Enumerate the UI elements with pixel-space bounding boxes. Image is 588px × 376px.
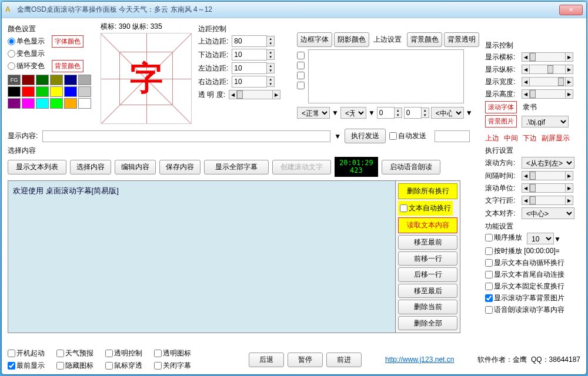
hideicon-check[interactable]: 隐藏图标	[56, 361, 93, 371]
chk-row2[interactable]	[297, 62, 305, 69]
border-font-button[interactable]: 边框字体	[297, 32, 332, 47]
transicon-check[interactable]: 透明图标	[154, 348, 191, 358]
bg-image-select[interactable]: .\bj.gif	[522, 116, 569, 127]
color-swatch[interactable]	[22, 98, 35, 109]
color-swatch[interactable]	[64, 86, 77, 97]
link-sub[interactable]: 副屏显示	[542, 133, 570, 143]
pause-button[interactable]: 暂停	[288, 352, 323, 367]
bg-image-button[interactable]: 背景图片	[485, 115, 517, 127]
startup-check[interactable]: 开机起动	[8, 348, 45, 358]
color-swatch[interactable]	[22, 86, 35, 97]
timed-play-check[interactable]: 按时播放 [00:00:00]=	[485, 246, 560, 256]
send-button[interactable]: 执行发送	[345, 129, 386, 143]
auto-wrap-check[interactable]: 文本自动换行	[398, 201, 453, 216]
del-all-button[interactable]: 删除全部	[398, 316, 457, 331]
color-swatch[interactable]	[22, 75, 35, 85]
link-mid[interactable]: 中间	[504, 133, 518, 143]
move-front-button[interactable]: 移至最前	[398, 235, 457, 250]
color-swatch[interactable]	[50, 98, 63, 109]
website-link[interactable]: http://www.j123.net.cn	[385, 355, 454, 364]
show-list-button[interactable]: 显示文本列表	[8, 160, 66, 174]
voice-read-check[interactable]: 语音朗读滚动字幕内容	[485, 305, 564, 315]
shadow-color-button[interactable]: 阴影颜色	[334, 32, 369, 47]
topmost-check[interactable]: 最前显示	[8, 361, 45, 371]
color-swatch[interactable]	[36, 98, 49, 109]
show-w-slider[interactable]: ◀▶	[522, 76, 573, 87]
read-content-button[interactable]: 读取文本内容	[398, 217, 457, 233]
save-content-button[interactable]: 保存内容	[159, 160, 201, 174]
bottom-margin-spinner[interactable]: ▲▼	[232, 49, 275, 61]
auto-send-field[interactable]	[435, 130, 470, 142]
font-color-button[interactable]: 字体颜色	[52, 35, 83, 48]
color-swatch[interactable]	[8, 86, 21, 97]
show-y-slider[interactable]: ◀▶	[522, 64, 573, 75]
interval-slider[interactable]: ◀▶	[522, 170, 573, 181]
linesp-slider[interactable]: ◀▶	[522, 195, 573, 206]
color-swatch[interactable]	[50, 75, 63, 85]
dd-normal[interactable]: <正常>	[297, 107, 330, 119]
dd-center[interactable]: <中心>	[431, 107, 464, 119]
del-newlines-button[interactable]: 删除所有换行	[398, 183, 457, 199]
move-end-button[interactable]: 移至最后	[398, 284, 457, 298]
link-bot[interactable]: 下边	[523, 133, 537, 143]
move-up-button[interactable]: 前移一行	[398, 251, 457, 266]
radio-cycle[interactable]: 循环变色	[8, 61, 45, 71]
auto-loop-check[interactable]: 显示文本自动循环换行	[485, 258, 564, 268]
show-all-button[interactable]: 显示全部字幕	[204, 160, 269, 174]
chk-row3[interactable]	[297, 72, 305, 79]
color-swatch[interactable]	[36, 75, 49, 85]
close-button[interactable]: ✕	[559, 5, 583, 15]
weather-check[interactable]: 天气预报	[56, 348, 93, 358]
color-swatch[interactable]	[78, 75, 91, 85]
transctrl-check[interactable]: 透明控制	[105, 348, 142, 358]
mid-listbox[interactable]	[308, 49, 464, 103]
color-swatch[interactable]	[36, 86, 49, 97]
closesub-check[interactable]: 关闭字幕	[154, 361, 191, 371]
display-content-input[interactable]	[42, 130, 330, 142]
auto-send-check[interactable]: 自动发送	[389, 131, 426, 141]
sp-z2[interactable]: ▲▼	[404, 107, 429, 119]
color-swatch[interactable]	[8, 98, 21, 109]
back-button[interactable]: 后退	[249, 352, 284, 367]
edit-content-button[interactable]: 编辑内容	[115, 160, 156, 174]
dir-select[interactable]: <从右到左>	[522, 157, 574, 169]
opacity-slider[interactable]: ◀▶	[229, 89, 280, 100]
mousethru-check[interactable]: 鼠标穿透	[105, 361, 142, 371]
show-h-slider[interactable]: ◀▶	[522, 89, 573, 99]
color-swatch[interactable]	[78, 86, 91, 97]
color-swatch[interactable]	[78, 98, 91, 109]
radio-single-color[interactable]: 单色显示	[8, 36, 45, 46]
align-select[interactable]: <中心>	[522, 207, 574, 219]
sp-z1[interactable]: ▲▼	[377, 107, 402, 119]
dd-none[interactable]: <无>	[340, 107, 366, 119]
right-margin-spinner[interactable]: ▲▼	[232, 76, 275, 88]
select-content-button[interactable]: 选择内容	[70, 160, 111, 174]
scroll-font-button[interactable]: 滚动字体	[485, 101, 517, 113]
del-current-button[interactable]: 删除当前	[398, 300, 457, 314]
bgcolor-button[interactable]: 背景颜色	[407, 32, 442, 47]
color-palette[interactable]: FG	[8, 75, 96, 109]
link-top[interactable]: 上边	[485, 133, 499, 143]
left-margin-spinner[interactable]: ▲▼	[232, 62, 275, 74]
radio-gradient[interactable]: 变色显示	[8, 49, 45, 59]
chk-row1[interactable]	[297, 52, 305, 59]
bgtrans-button[interactable]: 背景透明	[444, 32, 479, 47]
color-swatch[interactable]	[64, 98, 77, 109]
bg-color-button[interactable]: 背景颜色	[52, 60, 83, 72]
color-swatch[interactable]	[64, 75, 77, 85]
show-bg-check[interactable]: 显示滚动字幕背景图片	[485, 293, 564, 303]
fixed-len-check[interactable]: 显示文本固定长度换行	[485, 281, 564, 291]
seq-val[interactable]: 10	[527, 233, 554, 244]
color-swatch[interactable]	[50, 86, 63, 97]
color-swatch[interactable]: FG	[8, 75, 21, 85]
voice-button[interactable]: 启动语音朗读	[382, 160, 440, 174]
unit-slider[interactable]: ◀▶	[522, 183, 573, 193]
content-textarea[interactable]: 欢迎使用 桌面滚动字幕[简易版]	[8, 180, 396, 333]
move-down-button[interactable]: 后移一行	[398, 267, 457, 282]
show-x-slider[interactable]: ◀▶	[522, 52, 573, 62]
forward-button[interactable]: 前进	[326, 352, 362, 367]
head-tail-check[interactable]: 显示文本首尾自动连接	[485, 270, 564, 280]
top-margin-spinner[interactable]: ▲▼	[232, 35, 275, 47]
seq-play-check[interactable]: 顺序播放	[485, 233, 522, 243]
chk-row4[interactable]	[297, 82, 305, 89]
